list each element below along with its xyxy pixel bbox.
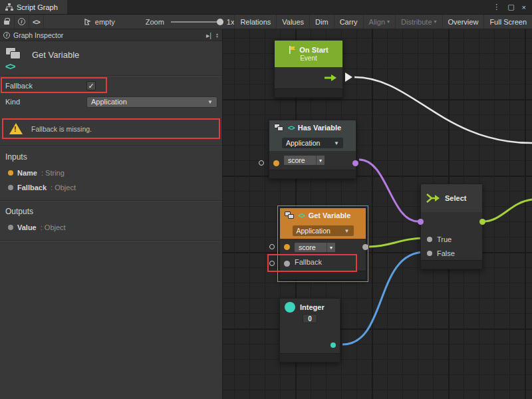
code-icon: <> <box>33 18 40 26</box>
zoom-slider[interactable] <box>171 21 221 23</box>
integer-header: Integer 0 <box>280 299 340 331</box>
input-port-row: Name : String <box>0 166 222 180</box>
name-input-port[interactable] <box>284 244 290 250</box>
chevron-down-icon: ▼ <box>334 140 339 146</box>
port-dot-gray <box>8 225 13 230</box>
value-output-port[interactable] <box>362 244 368 250</box>
info-icon: i <box>18 18 25 25</box>
node-get-variable[interactable]: <> Get Variable Application ▼ score ▼ Fa… <box>279 207 366 280</box>
relations-button[interactable]: Relations <box>234 15 276 29</box>
node-footer <box>421 260 482 269</box>
code-angle-icon: <> <box>288 124 295 132</box>
info-icon: i <box>3 32 10 39</box>
unit-title: Get Variable <box>32 47 79 71</box>
selection-output-port[interactable] <box>479 219 485 225</box>
int-output-port[interactable] <box>331 342 336 348</box>
overview-button[interactable]: Overview <box>442 15 484 29</box>
dock-icon[interactable]: ▸| <box>206 31 211 39</box>
unconnected-port-circle[interactable] <box>269 261 275 266</box>
variable-name-field[interactable]: score ▼ <box>294 242 336 253</box>
wire-arrow-icon <box>345 72 352 82</box>
unit-icons: <> <box>5 47 32 71</box>
kind-value: Application <box>91 98 127 106</box>
maximize-icon[interactable]: ▢ <box>507 3 514 11</box>
node-footer <box>269 170 356 178</box>
script-graph-icon <box>5 3 13 11</box>
node-has-variable[interactable]: <> Has Variable Application ▼ score ▼ <box>269 120 356 179</box>
lock-button[interactable] <box>0 15 15 29</box>
code-view-button[interactable]: <> <box>29 15 44 29</box>
has-variable-header: <> Has Variable <box>269 120 356 135</box>
node-title: Integer <box>300 303 325 311</box>
fallback-toggle-row: Fallback ✓ <box>0 78 222 94</box>
node-title: Get Variable <box>309 211 351 219</box>
unit-summary: <> Get Variable <box>0 41 222 75</box>
on-start-header: On Start Event <box>275 41 342 67</box>
chevron-down-icon: ▼ <box>316 156 325 165</box>
scroll-arrows-icon[interactable]: ▲▼ <box>215 33 219 38</box>
inspect-button[interactable]: i <box>15 15 29 29</box>
chevron-down-icon: ▾ <box>387 19 390 25</box>
node-subtitle: Event <box>300 55 317 62</box>
lock-icon <box>4 21 9 25</box>
breadcrumb-empty[interactable]: empty <box>84 18 115 26</box>
window-menu-icon[interactable]: ⋮ <box>493 3 500 11</box>
select-icon <box>426 192 440 204</box>
control-output-arrow-icon[interactable] <box>324 74 337 82</box>
port-dot-orange <box>8 170 13 176</box>
variables-icon <box>274 124 285 132</box>
dim-button[interactable]: Dim <box>309 15 334 29</box>
bool-output-port[interactable] <box>352 160 358 166</box>
graph-canvas[interactable]: On Start Event <> Has Vari <box>223 29 532 399</box>
output-port-row: Value : Object <box>0 220 222 235</box>
align-button[interactable]: Align▾ <box>363 15 395 29</box>
titlebar: Script Graph ⋮ ▢ × <box>0 0 532 15</box>
name-input-port[interactable] <box>273 160 279 166</box>
fallback-port-label: Fallback <box>295 258 322 266</box>
control-wire[interactable] <box>354 77 532 143</box>
warning-icon: ! <box>9 123 23 134</box>
select-false-row: False <box>421 246 482 260</box>
value-wire-green[interactable] <box>369 238 425 247</box>
kind-label: Kind <box>5 98 20 106</box>
unconnected-port-circle[interactable] <box>259 160 264 166</box>
kind-row: Kind Application ▼ <box>0 94 222 110</box>
node-title: Select <box>445 194 466 202</box>
close-icon[interactable]: × <box>522 3 526 11</box>
checkmark-icon: ✓ <box>88 82 94 90</box>
graph-inspector-panel: i Graph Inspector ▸| ▲▼ <> Get Variable … <box>0 29 223 399</box>
chevron-down-icon: ▼ <box>344 228 350 234</box>
unconnected-port-circle[interactable] <box>269 244 275 249</box>
node-on-start[interactable]: On Start Event <box>274 40 343 98</box>
flag-icon <box>289 46 296 54</box>
warning-text: Fallback is missing. <box>31 125 92 133</box>
values-button[interactable]: Values <box>276 15 309 29</box>
carry-button[interactable]: Carry <box>334 15 363 29</box>
tab-label: Script Graph <box>17 3 58 11</box>
inspector-title: Graph Inspector <box>13 31 63 39</box>
fallback-checkbox[interactable]: ✓ <box>86 81 96 90</box>
variables-icon <box>285 211 295 219</box>
code-angle-icon: <> <box>5 61 32 71</box>
true-input-port[interactable] <box>427 237 432 242</box>
node-select[interactable]: Select True False <box>420 184 483 269</box>
tab-script-graph[interactable]: Script Graph <box>0 0 67 14</box>
integer-icon <box>285 302 295 313</box>
scope-dropdown[interactable]: Application ▼ <box>293 225 354 236</box>
select-true-row: True <box>421 232 482 246</box>
inspector-header: i Graph Inspector ▸| ▲▼ <box>0 29 222 41</box>
kind-dropdown[interactable]: Application ▼ <box>86 96 217 108</box>
bool-wire[interactable] <box>359 160 418 221</box>
select-output-wire[interactable] <box>483 200 532 221</box>
full-screen-button[interactable]: Full Screen <box>483 15 532 29</box>
variable-name-field[interactable]: score ▼ <box>283 155 325 166</box>
distribute-button[interactable]: Distribute▾ <box>395 15 442 29</box>
fallback-input-port[interactable] <box>284 261 290 267</box>
scope-dropdown[interactable]: Application ▼ <box>282 138 343 148</box>
node-integer[interactable]: Integer 0 <box>279 298 340 362</box>
condition-input-port[interactable] <box>418 219 424 225</box>
node-footer <box>280 353 340 362</box>
false-input-port[interactable] <box>427 251 432 256</box>
integer-value-field[interactable]: 0 <box>303 314 317 323</box>
zoom-slider-handle[interactable] <box>217 19 223 25</box>
